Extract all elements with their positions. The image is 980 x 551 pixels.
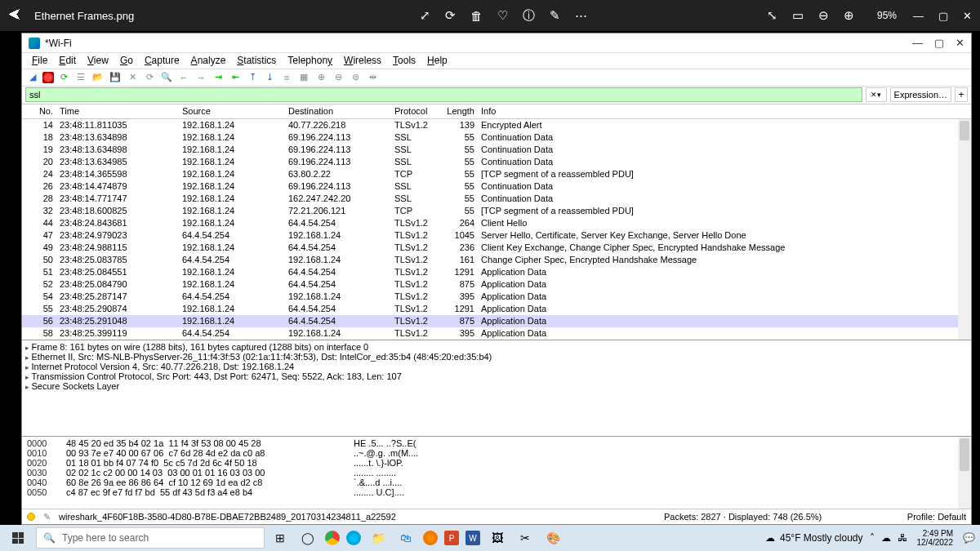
options-icon[interactable]: ☰ <box>74 70 88 85</box>
close-file-icon[interactable]: ✕ <box>125 70 140 85</box>
delete-icon[interactable]: 🗑 <box>470 9 483 23</box>
menu-wireless[interactable]: Wireless <box>339 53 386 68</box>
detail-line[interactable]: Transmission Control Protocol, Src Port:… <box>25 371 968 381</box>
zoomminus-icon[interactable]: ⊖ <box>331 70 345 85</box>
start-capture-icon[interactable]: ◢ <box>25 70 40 85</box>
resize-icon[interactable]: ⇹ <box>365 70 380 85</box>
tray-chevron-icon[interactable]: ˄ <box>870 532 875 544</box>
table-row[interactable]: 2023:48:13.634985192.168.1.2469.196.224.… <box>22 156 971 168</box>
col-protocol[interactable]: Protocol <box>391 106 442 116</box>
packet-scrollbar[interactable] <box>958 119 971 340</box>
table-row[interactable]: 1423:48:11.811035192.168.1.2440.77.226.2… <box>22 119 971 131</box>
filter-add-button[interactable]: + <box>955 87 968 102</box>
col-info[interactable]: Info <box>478 106 971 116</box>
chrome-icon[interactable] <box>325 531 340 545</box>
wireshark-titlebar[interactable]: *Wi-Fi — ▢ ✕ <box>22 33 971 53</box>
menu-help[interactable]: Help <box>422 53 452 68</box>
back-icon[interactable]: ⮜ <box>8 8 28 23</box>
menu-view[interactable]: View <box>82 53 114 68</box>
cortana-icon[interactable]: ◯ <box>297 527 318 549</box>
packet-details[interactable]: Frame 8: 161 bytes on wire (1288 bits), … <box>22 340 971 437</box>
table-row[interactable]: 5123:48:25.084551192.168.1.2464.4.54.254… <box>22 266 971 278</box>
detail-line[interactable]: Ethernet II, Src: MS-NLB-PhysServer-26_1… <box>25 352 968 362</box>
table-row[interactable]: 2623:48:14.474879192.168.1.2469.196.224.… <box>22 180 971 193</box>
jump-icon[interactable]: ⇥ <box>211 70 225 85</box>
table-row[interactable]: 5523:48:25.290874192.168.1.2464.4.54.254… <box>22 303 971 315</box>
hex-row[interactable]: 004060 8e 26 9a ee 86 86 64 cf 10 12 69 … <box>27 478 966 487</box>
save-icon[interactable]: 💾 <box>108 70 122 85</box>
table-row[interactable]: 2423:48:14.365598192.168.1.2463.80.2.22T… <box>22 168 971 180</box>
col-time[interactable]: Time <box>56 106 179 116</box>
col-destination[interactable]: Destination <box>285 106 391 116</box>
table-row[interactable]: 5423:48:25.28714764.4.54.254192.168.1.24… <box>22 291 971 303</box>
menu-analyze[interactable]: Analyze <box>186 53 231 68</box>
start-button[interactable] <box>5 527 31 549</box>
tray-onedrive-icon[interactable]: ☁ <box>881 532 891 544</box>
prev-icon[interactable]: ← <box>176 70 191 85</box>
close-icon[interactable]: ✕ <box>963 10 972 22</box>
col-no[interactable]: No. <box>22 106 56 116</box>
open-icon[interactable]: 📂 <box>91 70 105 85</box>
menu-go[interactable]: Go <box>115 53 138 68</box>
expand-icon[interactable]: ⤡ <box>767 8 777 23</box>
slideshow-icon[interactable]: ▭ <box>792 8 804 23</box>
hex-row[interactable]: 0050c4 87 ec 9f e7 fd f7 bd 55 df 43 5d … <box>27 487 966 497</box>
packet-list-body[interactable]: 1423:48:11.811035192.168.1.2440.77.226.2… <box>22 119 971 340</box>
rotate-icon[interactable]: ⟳ <box>445 8 456 23</box>
status-profile[interactable]: Profile: Default <box>884 512 966 522</box>
hex-row[interactable]: 001000 93 7e e7 40 00 67 06 c7 6d 28 4d … <box>27 448 966 458</box>
restart-capture-icon[interactable]: ⟳ <box>56 70 71 85</box>
table-row[interactable]: 4723:48:24.97902364.4.54.254192.168.1.24… <box>22 229 971 242</box>
maximize-icon[interactable]: ▢ <box>938 10 948 22</box>
table-row[interactable]: 4423:48:24.843681192.168.1.2464.4.54.254… <box>22 217 971 229</box>
first-icon[interactable]: ⤒ <box>245 70 260 85</box>
packet-bytes[interactable]: 000048 45 20 ed 35 b4 02 1a 11 f4 3f 53 … <box>22 436 971 509</box>
paint-icon[interactable]: 🎨 <box>542 527 564 549</box>
menu-file[interactable]: File <box>27 53 52 68</box>
table-row[interactable]: 2823:48:14.771747192.168.1.24162.247.242… <box>22 193 971 205</box>
menu-capture[interactable]: Capture <box>140 53 185 68</box>
expert-info-icon[interactable] <box>27 513 35 521</box>
menu-telephony[interactable]: Telephony <box>283 53 337 68</box>
info-icon[interactable]: ⓘ <box>523 8 535 24</box>
zoomout-icon[interactable]: ⊖ <box>818 8 829 23</box>
display-filter-input[interactable]: ssl <box>25 87 862 102</box>
status-edit-icon[interactable]: ✎ <box>43 512 51 522</box>
photos-icon[interactable]: 🖼 <box>487 527 508 549</box>
ws-maximize-icon[interactable]: ▢ <box>934 37 944 49</box>
zoom-in-icon[interactable]: ⤢ <box>420 8 430 23</box>
menu-tools[interactable]: Tools <box>388 53 421 68</box>
zoomin-icon[interactable]: ⊕ <box>844 8 854 23</box>
goto-icon[interactable]: ⇤ <box>228 70 243 85</box>
zoomreset-icon[interactable]: ⊜ <box>348 70 363 85</box>
notifications-icon[interactable]: 💬 <box>963 532 975 544</box>
hex-row[interactable]: 002001 18 01 bb f4 07 74 f0 5c c5 7d 2d … <box>27 458 966 468</box>
packet-list-header[interactable]: No. Time Source Destination Protocol Len… <box>22 104 971 119</box>
ws-minimize-icon[interactable]: — <box>912 37 923 49</box>
stop-capture-icon[interactable] <box>42 72 54 83</box>
last-icon[interactable]: ⤓ <box>262 70 277 85</box>
firefox-icon[interactable] <box>423 531 438 545</box>
colorize-icon[interactable]: ▦ <box>296 70 311 85</box>
expression-button[interactable]: Expression… <box>890 87 951 102</box>
table-row[interactable]: 1823:48:13.634898192.168.1.2469.196.224.… <box>22 131 971 144</box>
ws-close-icon[interactable]: ✕ <box>956 37 964 49</box>
col-source[interactable]: Source <box>179 106 285 116</box>
edge-icon[interactable] <box>346 531 361 545</box>
table-row[interactable]: 3223:48:18.600825192.168.1.2472.21.206.1… <box>22 205 971 217</box>
table-row[interactable]: 5823:48:25.39911964.4.54.254192.168.1.24… <box>22 327 971 340</box>
word-icon[interactable]: W <box>466 531 480 545</box>
table-row[interactable]: 5623:48:25.291048192.168.1.2464.4.54.254… <box>22 315 971 327</box>
snip-icon[interactable]: ✂ <box>514 527 536 549</box>
autoscroll-icon[interactable]: ≡ <box>279 70 294 85</box>
find-icon[interactable]: 🔍 <box>159 70 174 85</box>
detail-line[interactable]: Internet Protocol Version 4, Src: 40.77.… <box>25 362 968 371</box>
clock[interactable]: 2:49 PM 12/4/2022 <box>914 529 957 547</box>
powerpoint-icon[interactable]: P <box>444 531 459 545</box>
hex-row[interactable]: 003002 02 1c c2 00 00 14 03 03 00 01 01 … <box>27 468 966 478</box>
zoomplus-icon[interactable]: ⊕ <box>314 70 328 85</box>
table-row[interactable]: 5023:48:25.08378564.4.54.254192.168.1.24… <box>22 254 971 266</box>
menu-edit[interactable]: Edit <box>54 53 81 68</box>
hex-scrollbar[interactable] <box>958 437 971 509</box>
next-icon[interactable]: → <box>194 70 208 85</box>
